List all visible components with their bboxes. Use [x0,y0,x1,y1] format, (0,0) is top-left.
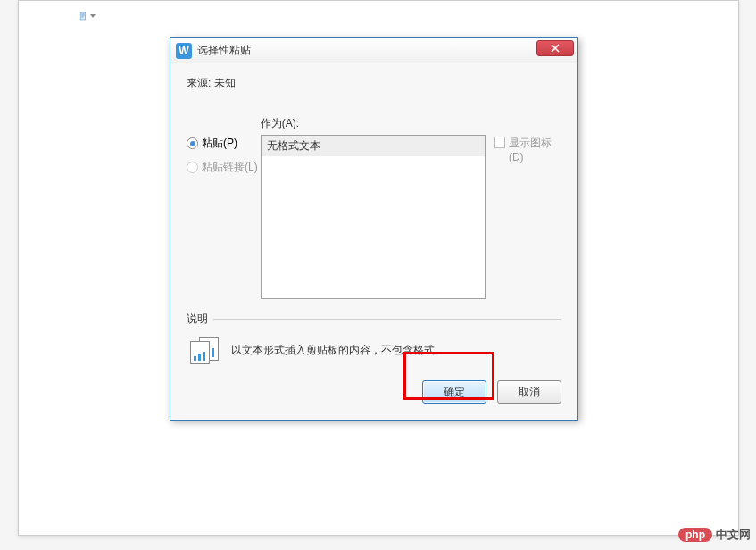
show-icon-checkbox: 显示图标(D) [486,116,561,299]
button-row: 确定 取消 [187,380,561,404]
description-text: 以文本形式插入剪贴板的内容，不包含格式。 [231,343,445,358]
dialog-titlebar[interactable]: W 选择性粘贴 [170,38,577,63]
chevron-down-icon [90,14,96,18]
dialog-title: 选择性粘贴 [197,43,251,58]
source-label: 来源: [187,77,211,89]
source-line: 来源: 未知 [187,76,561,91]
watermark-pill: php [678,528,712,542]
radio-paste-link: 粘贴链接(L) [187,160,261,175]
radio-indicator [187,138,198,149]
document-icon [79,9,87,23]
format-listbox[interactable]: 无格式文本 [261,135,486,299]
as-label: 作为(A): [261,116,486,131]
main-area: 粘贴(P) 粘贴链接(L) 作为(A): 无格式文本 显示图标(D) [187,116,561,299]
doc-toolbar-icon[interactable] [79,8,96,24]
description-header-text: 说明 [187,312,208,327]
cancel-button[interactable]: 取消 [497,380,561,404]
radio-indicator [187,162,198,173]
radio-paste[interactable]: 粘贴(P) [187,136,261,151]
ok-button[interactable]: 确定 [422,380,486,404]
close-icon [551,44,560,53]
format-block: 作为(A): 无格式文本 [261,116,486,299]
radio-group: 粘贴(P) 粘贴链接(L) [187,116,261,299]
source-value: 未知 [214,77,236,89]
description-header: 说明 [187,312,561,327]
radio-paste-label: 粘贴(P) [202,136,237,151]
list-item[interactable]: 无格式文本 [262,136,485,156]
paste-format-icon [190,338,222,362]
checkbox-box [494,137,505,148]
description-section: 说明 以文本形式插入剪贴板的内容，不包含格式。 [187,312,561,362]
show-icon-label: 显示图标(D) [509,136,561,163]
watermark-text: 中文网 [716,527,751,543]
paste-special-dialog: W 选择性粘贴 来源: 未知 粘贴(P) 粘贴链接(L) [170,38,578,421]
close-button[interactable] [536,40,574,56]
app-icon: W [176,43,192,59]
radio-paste-link-label: 粘贴链接(L) [202,160,258,175]
description-body: 以文本形式插入剪贴板的内容，不包含格式。 [187,338,561,362]
watermark: php 中文网 [678,527,751,543]
dialog-body: 来源: 未知 粘贴(P) 粘贴链接(L) 作为(A): 无格式文本 [170,63,577,420]
